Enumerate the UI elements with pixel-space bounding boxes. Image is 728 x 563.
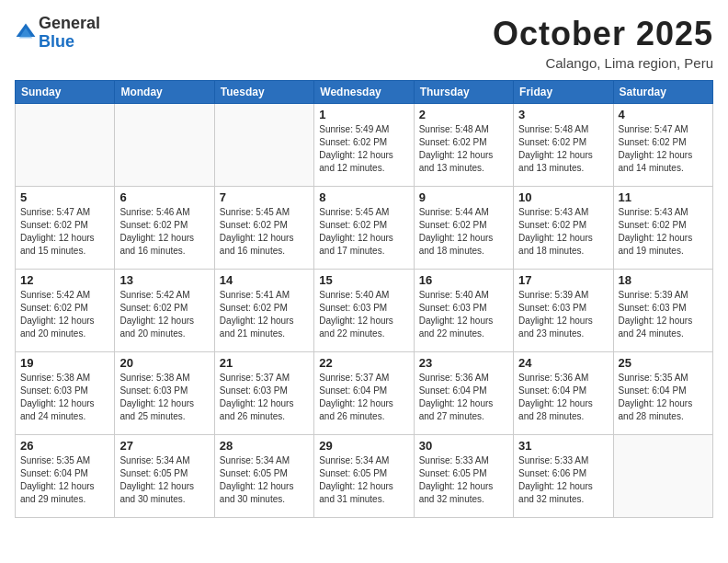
header-row: SundayMondayTuesdayWednesdayThursdayFrid…: [16, 81, 713, 104]
day-number: 22: [319, 356, 408, 370]
calendar-cell: 23Sunrise: 5:36 AMSunset: 6:04 PMDayligh…: [414, 352, 513, 435]
calendar-cell: 3Sunrise: 5:48 AMSunset: 6:02 PMDaylight…: [514, 104, 613, 187]
day-number: 1: [319, 108, 408, 121]
day-info: Sunrise: 5:37 AMSunset: 6:03 PMDaylight:…: [220, 372, 309, 423]
header-sunday: Sunday: [16, 81, 115, 104]
calendar-cell: 14Sunrise: 5:41 AMSunset: 6:02 PMDayligh…: [214, 270, 313, 352]
day-number: 28: [220, 439, 309, 453]
day-info: Sunrise: 5:47 AMSunset: 6:02 PMDaylight:…: [20, 206, 109, 258]
calendar-cell: 6Sunrise: 5:46 AMSunset: 6:02 PMDaylight…: [115, 187, 214, 270]
week-row-2: 5Sunrise: 5:47 AMSunset: 6:02 PMDaylight…: [16, 187, 713, 270]
day-info: Sunrise: 5:48 AMSunset: 6:02 PMDaylight:…: [419, 123, 508, 175]
day-info: Sunrise: 5:47 AMSunset: 6:02 PMDaylight:…: [619, 123, 708, 175]
day-number: 14: [220, 273, 309, 287]
day-number: 10: [518, 190, 608, 204]
logo-general: General: [39, 15, 100, 33]
day-number: 6: [119, 190, 209, 204]
header-monday: Monday: [115, 81, 214, 104]
week-row-1: 1Sunrise: 5:49 AMSunset: 6:02 PMDaylight…: [16, 104, 713, 187]
day-number: 27: [119, 439, 209, 453]
logo: General Blue: [15, 15, 100, 52]
calendar-cell: 4Sunrise: 5:47 AMSunset: 6:02 PMDaylight…: [613, 104, 712, 187]
day-number: 16: [419, 273, 508, 287]
calendar-cell: 22Sunrise: 5:37 AMSunset: 6:04 PMDayligh…: [314, 352, 414, 435]
day-number: 24: [518, 356, 608, 370]
calendar-cell: 27Sunrise: 5:34 AMSunset: 6:05 PMDayligh…: [115, 435, 214, 518]
day-info: Sunrise: 5:35 AMSunset: 6:04 PMDaylight:…: [619, 372, 708, 423]
day-info: Sunrise: 5:39 AMSunset: 6:03 PMDaylight:…: [518, 289, 608, 340]
calendar-cell: 10Sunrise: 5:43 AMSunset: 6:02 PMDayligh…: [514, 187, 613, 270]
calendar-cell: 12Sunrise: 5:42 AMSunset: 6:02 PMDayligh…: [16, 270, 115, 352]
calendar-cell: [16, 104, 115, 187]
calendar-cell: 20Sunrise: 5:38 AMSunset: 6:03 PMDayligh…: [115, 352, 214, 435]
day-info: Sunrise: 5:38 AMSunset: 6:03 PMDaylight:…: [20, 372, 109, 423]
month-title: October 2025: [493, 15, 713, 53]
calendar-table: SundayMondayTuesdayWednesdayThursdayFrid…: [15, 80, 713, 518]
day-number: 21: [220, 356, 309, 370]
day-number: 13: [119, 273, 209, 287]
day-info: Sunrise: 5:45 AMSunset: 6:02 PMDaylight:…: [319, 206, 408, 258]
calendar-cell: 31Sunrise: 5:33 AMSunset: 6:06 PMDayligh…: [514, 435, 613, 518]
calendar-cell: 25Sunrise: 5:35 AMSunset: 6:04 PMDayligh…: [613, 352, 712, 435]
header-tuesday: Tuesday: [214, 81, 313, 104]
day-number: 11: [619, 190, 708, 204]
day-info: Sunrise: 5:36 AMSunset: 6:04 PMDaylight:…: [419, 372, 508, 423]
logo-icon: [15, 22, 37, 44]
day-number: 15: [319, 273, 408, 287]
day-info: Sunrise: 5:33 AMSunset: 6:06 PMDaylight:…: [518, 454, 608, 506]
day-number: 17: [518, 273, 608, 287]
day-number: 20: [119, 356, 209, 370]
calendar-cell: 30Sunrise: 5:33 AMSunset: 6:05 PMDayligh…: [414, 435, 513, 518]
title-area: October 2025 Calango, Lima region, Peru: [493, 15, 713, 71]
day-number: 26: [20, 439, 109, 453]
calendar-header: SundayMondayTuesdayWednesdayThursdayFrid…: [16, 81, 713, 104]
calendar-cell: [115, 104, 214, 187]
day-number: 18: [619, 273, 708, 287]
day-number: 9: [419, 190, 508, 204]
day-info: Sunrise: 5:44 AMSunset: 6:02 PMDaylight:…: [419, 206, 508, 258]
week-row-3: 12Sunrise: 5:42 AMSunset: 6:02 PMDayligh…: [16, 270, 713, 352]
logo-text: General Blue: [39, 15, 100, 52]
calendar-cell: 18Sunrise: 5:39 AMSunset: 6:03 PMDayligh…: [613, 270, 712, 352]
day-number: 8: [319, 190, 408, 204]
day-info: Sunrise: 5:42 AMSunset: 6:02 PMDaylight:…: [20, 289, 109, 340]
calendar-cell: 11Sunrise: 5:43 AMSunset: 6:02 PMDayligh…: [613, 187, 712, 270]
day-info: Sunrise: 5:34 AMSunset: 6:05 PMDaylight:…: [119, 454, 209, 506]
calendar-cell: 8Sunrise: 5:45 AMSunset: 6:02 PMDaylight…: [314, 187, 414, 270]
header-thursday: Thursday: [414, 81, 513, 104]
page-header: General Blue October 2025 Calango, Lima …: [15, 15, 713, 71]
calendar-cell: 24Sunrise: 5:36 AMSunset: 6:04 PMDayligh…: [514, 352, 613, 435]
calendar-cell: 28Sunrise: 5:34 AMSunset: 6:05 PMDayligh…: [214, 435, 313, 518]
calendar-cell: 17Sunrise: 5:39 AMSunset: 6:03 PMDayligh…: [514, 270, 613, 352]
header-saturday: Saturday: [613, 81, 712, 104]
day-number: 29: [319, 439, 408, 453]
week-row-5: 26Sunrise: 5:35 AMSunset: 6:04 PMDayligh…: [16, 435, 713, 518]
day-number: 2: [419, 108, 508, 121]
day-info: Sunrise: 5:35 AMSunset: 6:04 PMDaylight:…: [20, 454, 109, 506]
location: Calango, Lima region, Peru: [493, 55, 713, 71]
day-info: Sunrise: 5:45 AMSunset: 6:02 PMDaylight:…: [220, 206, 309, 258]
day-number: 25: [619, 356, 708, 370]
header-friday: Friday: [514, 81, 613, 104]
day-info: Sunrise: 5:33 AMSunset: 6:05 PMDaylight:…: [419, 454, 508, 506]
calendar-cell: 26Sunrise: 5:35 AMSunset: 6:04 PMDayligh…: [16, 435, 115, 518]
day-info: Sunrise: 5:36 AMSunset: 6:04 PMDaylight:…: [518, 372, 608, 423]
day-info: Sunrise: 5:40 AMSunset: 6:03 PMDaylight:…: [319, 289, 408, 340]
day-number: 31: [518, 439, 608, 453]
day-info: Sunrise: 5:38 AMSunset: 6:03 PMDaylight:…: [119, 372, 209, 423]
day-number: 3: [518, 108, 608, 121]
day-info: Sunrise: 5:43 AMSunset: 6:02 PMDaylight:…: [518, 206, 608, 258]
day-number: 5: [20, 190, 109, 204]
day-number: 12: [20, 273, 109, 287]
day-number: 7: [220, 190, 309, 204]
day-info: Sunrise: 5:41 AMSunset: 6:02 PMDaylight:…: [220, 289, 309, 340]
day-info: Sunrise: 5:34 AMSunset: 6:05 PMDaylight:…: [220, 454, 309, 506]
calendar-cell: 21Sunrise: 5:37 AMSunset: 6:03 PMDayligh…: [214, 352, 313, 435]
day-number: 23: [419, 356, 508, 370]
calendar-body: 1Sunrise: 5:49 AMSunset: 6:02 PMDaylight…: [16, 104, 713, 518]
day-info: Sunrise: 5:34 AMSunset: 6:05 PMDaylight:…: [319, 454, 408, 506]
day-info: Sunrise: 5:37 AMSunset: 6:04 PMDaylight:…: [319, 372, 408, 423]
day-info: Sunrise: 5:48 AMSunset: 6:02 PMDaylight:…: [518, 123, 608, 175]
day-number: 19: [20, 356, 109, 370]
week-row-4: 19Sunrise: 5:38 AMSunset: 6:03 PMDayligh…: [16, 352, 713, 435]
